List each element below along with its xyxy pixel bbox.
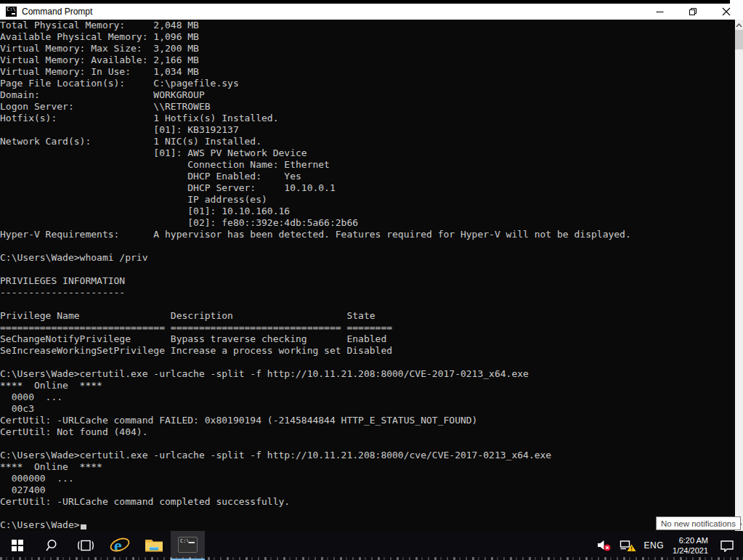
console-line [0, 264, 735, 275]
console-line: C:\Users\Wade>whoami /priv [0, 252, 735, 264]
command-prompt-taskbar-button[interactable]: C:\ [171, 531, 205, 560]
console-line: Network Card(s): 1 NIC(s) Installed. [0, 136, 735, 147]
clock-date: 1/24/2021 [673, 545, 708, 556]
search-button[interactable] [34, 531, 68, 560]
close-button[interactable] [710, 4, 743, 20]
console-line: C:\Users\Wade>certutil.exe -urlcache -sp… [0, 450, 735, 461]
console-line: CertUtil: -URLCache command completed su… [0, 496, 735, 508]
console-line: C:\Users\Wade> [0, 519, 735, 531]
console-line: DHCP Server: 10.10.0.1 [0, 182, 735, 194]
console-line: SeChangeNotifyPrivilege Bypass traverse … [0, 333, 735, 345]
desktop: C:\ Command Prompt Total Physical [0, 0, 743, 560]
taskbar: e C:\ [0, 531, 743, 560]
console-line: Virtual Memory: Max Size: 3,200 MB [0, 43, 735, 54]
console-line: ============================= ==========… [0, 322, 735, 333]
minimize-button[interactable] [643, 4, 676, 20]
console-line: **** Online **** [0, 461, 735, 473]
console-line: PRIVILEGES INFORMATION [0, 275, 735, 287]
console-line: Available Physical Memory: 1,096 MB [0, 31, 735, 43]
windows-logo-icon [12, 540, 23, 551]
network-warning-icon [620, 540, 636, 552]
window-controls [643, 4, 743, 20]
console-line [0, 240, 735, 252]
console-line: Page File Location(s): C:\pagefile.sys [0, 78, 735, 89]
window-title: Command Prompt [22, 7, 92, 17]
action-center-button[interactable] [720, 540, 734, 552]
console-line: [02]: fe80::392e:4db:5a66:2b66 [0, 217, 735, 229]
console-line: Virtual Memory: Available: 2,166 MB [0, 54, 735, 66]
network-button[interactable] [620, 540, 636, 552]
console-line: SeIncreaseWorkingSetPrivilege Increase a… [0, 345, 735, 357]
task-view-button[interactable] [68, 531, 102, 560]
internet-explorer-button[interactable]: e [102, 531, 137, 560]
minimize-icon [656, 8, 664, 16]
system-tray: ENG 6:20 AM 1/24/2021 [589, 531, 743, 560]
restore-icon [689, 7, 697, 16]
console-line: Hyper-V Requirements: A hypervisor has b… [0, 229, 735, 240]
taskbar-apps: e C:\ [0, 531, 205, 560]
task-view-icon [77, 539, 94, 552]
scrollbar-thumb[interactable] [735, 30, 743, 49]
console-scrollbar[interactable] [735, 20, 743, 531]
text-cursor [81, 524, 86, 529]
volume-button[interactable] [597, 540, 612, 552]
cmd-app-icon: C:\ [6, 7, 17, 17]
console-line [0, 508, 735, 519]
console-line: Total Physical Memory: 2,048 MB [0, 20, 735, 31]
console-line: CertUtil: Not found (404). [0, 426, 735, 438]
console-line: C:\Users\Wade>certutil.exe -urlcache -sp… [0, 368, 735, 380]
console-line [0, 299, 735, 310]
console-line: [01]: AWS PV Network Device [0, 147, 735, 159]
console-line: 027400 [0, 484, 735, 496]
search-icon [45, 539, 58, 552]
console-line: 000000 ... [0, 473, 735, 484]
console-output[interactable]: Total Physical Memory: 2,048 MBAvailable… [0, 20, 735, 531]
language-indicator[interactable]: ENG [644, 540, 665, 551]
restore-button[interactable] [676, 4, 710, 20]
clock[interactable]: 6:20 AM 1/24/2021 [673, 535, 708, 556]
chevron-up-icon [736, 23, 742, 28]
console-line: Virtual Memory: In Use: 1,034 MB [0, 66, 735, 78]
action-center-icon [720, 540, 734, 552]
console-line: Privilege Name Description State [0, 310, 735, 322]
console-line: **** Online **** [0, 380, 735, 391]
console-line: Domain: WORKGROUP [0, 89, 735, 101]
close-icon [722, 7, 731, 16]
console-line: 00c3 [0, 403, 735, 415]
internet-explorer-icon: e [110, 535, 130, 556]
command-prompt-icon: C:\ [178, 537, 198, 553]
console-line: CertUtil: -URLCache command FAILED: 0x80… [0, 415, 735, 426]
tooltip-text: No new notifications [661, 519, 736, 528]
console-line [0, 438, 735, 450]
window-titlebar[interactable]: C:\ Command Prompt [0, 4, 743, 20]
scrollbar-up-button[interactable] [735, 21, 743, 30]
console-line [0, 357, 735, 368]
console-line: [01]: 10.10.160.16 [0, 206, 735, 217]
console-line: DHCP Enabled: Yes [0, 171, 735, 182]
start-button[interactable] [0, 531, 34, 560]
console-line: 0000 ... [0, 391, 735, 403]
file-explorer-icon [145, 538, 163, 553]
file-explorer-button[interactable] [137, 531, 171, 560]
console-line: Hotfix(s): 1 Hotfix(s) Installed. [0, 113, 735, 124]
notification-tooltip: No new notifications [656, 516, 741, 530]
clock-time: 6:20 AM [673, 535, 708, 545]
console-line: IP address(es) [0, 194, 735, 206]
console-line: Connection Name: Ethernet [0, 159, 735, 171]
console-line: Logon Server: \\RETROWEB [0, 101, 735, 113]
console-line: ---------------------- [0, 287, 735, 299]
volume-muted-icon [597, 540, 612, 552]
console-line: [01]: KB3192137 [0, 124, 735, 136]
